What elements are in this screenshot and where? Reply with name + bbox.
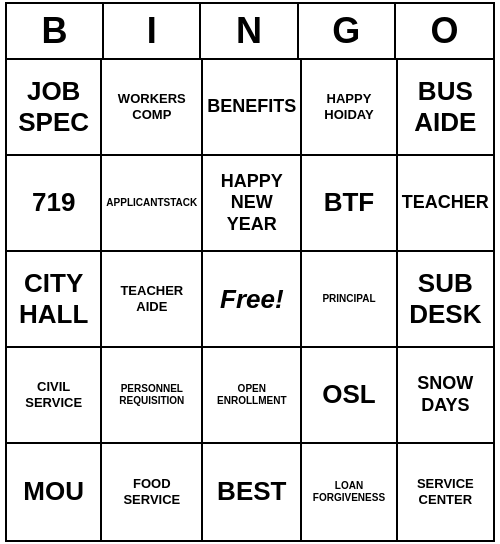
bingo-cell-7: HAPPY NEW YEAR bbox=[203, 156, 302, 252]
bingo-cell-12: Free! bbox=[203, 252, 302, 348]
bingo-cell-15: CIVIL SERVICE bbox=[7, 348, 102, 444]
cell-text-16: PERSONNEL REQUISITION bbox=[106, 383, 197, 407]
bingo-cell-4: BUS AIDE bbox=[398, 60, 493, 156]
bingo-cell-11: TEACHER AIDE bbox=[102, 252, 203, 348]
cell-text-17: OPEN ENROLLMENT bbox=[207, 383, 296, 407]
cell-text-7: HAPPY NEW YEAR bbox=[207, 171, 296, 236]
cell-text-22: BEST bbox=[217, 476, 286, 507]
cell-text-18: OSL bbox=[322, 379, 375, 410]
bingo-cell-10: CITY HALL bbox=[7, 252, 102, 348]
cell-text-20: MOU bbox=[23, 476, 84, 507]
cell-text-13: PRINCIPAL bbox=[322, 293, 375, 305]
bingo-cell-23: LOAN FORGIVENESS bbox=[302, 444, 397, 540]
bingo-cell-5: 719 bbox=[7, 156, 102, 252]
bingo-cell-16: PERSONNEL REQUISITION bbox=[102, 348, 203, 444]
bingo-cell-24: SERVICE CENTER bbox=[398, 444, 493, 540]
cell-text-14: SUB DESK bbox=[402, 268, 489, 330]
bingo-grid: JOB SPECWORKERS COMPBENEFITSHAPPY HOIDAY… bbox=[7, 60, 493, 540]
bingo-cell-21: FOOD SERVICE bbox=[102, 444, 203, 540]
bingo-letter-o: O bbox=[396, 4, 493, 58]
bingo-cell-6: APPLICANTSTACK bbox=[102, 156, 203, 252]
cell-text-10: CITY HALL bbox=[11, 268, 96, 330]
bingo-letter-g: G bbox=[299, 4, 396, 58]
cell-text-2: BENEFITS bbox=[207, 96, 296, 118]
bingo-card: BINGO JOB SPECWORKERS COMPBENEFITSHAPPY … bbox=[5, 2, 495, 542]
cell-text-4: BUS AIDE bbox=[402, 76, 489, 138]
cell-text-8: BTF bbox=[324, 187, 375, 218]
cell-text-21: FOOD SERVICE bbox=[106, 476, 197, 507]
bingo-cell-17: OPEN ENROLLMENT bbox=[203, 348, 302, 444]
cell-text-3: HAPPY HOIDAY bbox=[306, 91, 391, 122]
bingo-cell-9: TEACHER bbox=[398, 156, 493, 252]
cell-text-23: LOAN FORGIVENESS bbox=[306, 480, 391, 504]
bingo-cell-14: SUB DESK bbox=[398, 252, 493, 348]
bingo-cell-18: OSL bbox=[302, 348, 397, 444]
bingo-cell-8: BTF bbox=[302, 156, 397, 252]
cell-text-1: WORKERS COMP bbox=[106, 91, 197, 122]
bingo-cell-22: BEST bbox=[203, 444, 302, 540]
cell-text-9: TEACHER bbox=[402, 192, 489, 214]
bingo-cell-1: WORKERS COMP bbox=[102, 60, 203, 156]
bingo-cell-20: MOU bbox=[7, 444, 102, 540]
cell-text-0: JOB SPEC bbox=[11, 76, 96, 138]
cell-text-5: 719 bbox=[32, 187, 75, 218]
bingo-cell-2: BENEFITS bbox=[203, 60, 302, 156]
bingo-cell-13: PRINCIPAL bbox=[302, 252, 397, 348]
bingo-letter-n: N bbox=[201, 4, 298, 58]
cell-text-12: Free! bbox=[220, 284, 284, 315]
bingo-letter-i: I bbox=[104, 4, 201, 58]
bingo-cell-19: SNOW DAYS bbox=[398, 348, 493, 444]
bingo-header: BINGO bbox=[7, 4, 493, 60]
cell-text-11: TEACHER AIDE bbox=[106, 283, 197, 314]
bingo-cell-0: JOB SPEC bbox=[7, 60, 102, 156]
cell-text-6: APPLICANTSTACK bbox=[106, 197, 197, 209]
cell-text-15: CIVIL SERVICE bbox=[11, 379, 96, 410]
cell-text-24: SERVICE CENTER bbox=[402, 476, 489, 507]
cell-text-19: SNOW DAYS bbox=[402, 373, 489, 416]
bingo-letter-b: B bbox=[7, 4, 104, 58]
bingo-cell-3: HAPPY HOIDAY bbox=[302, 60, 397, 156]
